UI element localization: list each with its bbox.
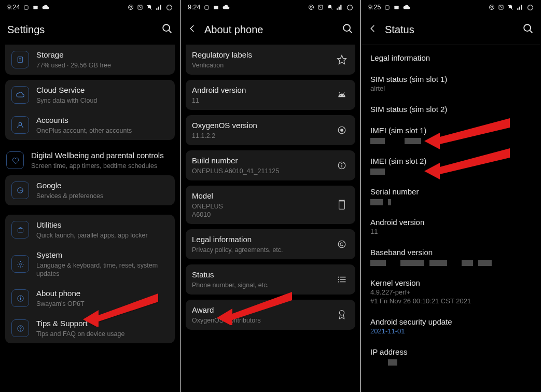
settings-item-accounts[interactable]: Accounts OnePlus account, other accounts: [5, 110, 175, 140]
svg-line-8: [169, 31, 172, 33]
row-title: IMEI (sim slot 1): [370, 126, 532, 135]
status-bar: 9:24: [0, 0, 180, 15]
cloud-icon: [403, 5, 410, 10]
nfc-icon: [498, 4, 504, 10]
cast-icon: [308, 4, 314, 10]
about-item-android[interactable]: Android version 11: [186, 80, 355, 110]
about-item-model[interactable]: Model ONEPLUS A6010: [186, 186, 355, 224]
battery-icon: [527, 4, 534, 11]
settings-item-cloud[interactable]: Cloud Service Sync data with Cloud: [5, 80, 175, 110]
status-item-android[interactable]: Android version 11: [370, 213, 532, 243]
row-sub: Language & keyboard, time, reset, system…: [36, 261, 169, 278]
about-item-legal[interactable]: Legal information Privacy policy, agreem…: [186, 229, 355, 259]
about-list: Regulatory labels Verification Android v…: [180, 45, 360, 330]
row-sub: Swayam's OP6T: [36, 300, 169, 308]
redacted-value: [370, 138, 532, 144]
search-icon[interactable]: [161, 23, 173, 36]
divider: [361, 45, 541, 45]
svg-point-12: [19, 122, 21, 125]
cloud-icon: [223, 5, 230, 10]
about-item-regulatory[interactable]: Regulatory labels Verification: [186, 45, 355, 75]
row-sub: 2021-11-01: [370, 327, 532, 335]
row-sub: Phone number, signal, etc.: [192, 281, 335, 289]
svg-point-40: [341, 163, 342, 164]
status-time: 9:24: [7, 4, 20, 11]
row-sub: airtel: [370, 85, 532, 92]
status-bar: 9:25: [361, 0, 541, 15]
settings-item-google[interactable]: Google Services & preferences: [5, 175, 175, 205]
row-sub: Verification: [192, 61, 335, 69]
svg-line-30: [350, 31, 352, 33]
about-item-award[interactable]: Award OxygenOS Contributors: [186, 300, 355, 330]
cloud-icon: [11, 86, 29, 104]
svg-point-33: [343, 95, 344, 96]
status-item-legal[interactable]: Legal information: [370, 48, 532, 69]
row-title: Regulatory labels: [192, 50, 335, 60]
settings-item-system[interactable]: System Language & keyboard, time, reset,…: [5, 245, 175, 283]
svg-rect-49: [340, 282, 346, 283]
notification-icon: [204, 5, 210, 10]
settings-group-storage: Storage 77% used · 29.56 GB free: [5, 45, 175, 75]
row-sub: OxygenOS Contributors: [192, 316, 335, 325]
circle-dot-icon: [335, 123, 349, 137]
svg-point-48: [338, 281, 339, 282]
image-icon: [394, 5, 399, 10]
svg-point-55: [491, 6, 493, 8]
settings-item-storage[interactable]: Storage 77% used · 29.56 GB free: [5, 45, 175, 75]
search-icon[interactable]: [342, 23, 353, 36]
svg-rect-41: [339, 201, 345, 209]
notification-icon: [384, 5, 390, 10]
svg-rect-23: [214, 6, 218, 9]
svg-point-18: [20, 297, 21, 297]
row-sub: #1 Fri Nov 26 00:10:21 CST 2021: [370, 297, 532, 305]
about-item-oxygen[interactable]: OxygenOS version 11.1.2.2: [186, 115, 355, 145]
settings-item-wellbeing[interactable]: Digital Wellbeing and parental controls …: [5, 145, 175, 175]
row-title: SIM status (sim slot 1): [370, 75, 532, 83]
status-item-baseband[interactable]: Baseband version: [370, 243, 532, 273]
status-item-serial[interactable]: Serial number: [370, 182, 532, 213]
redacted-value: [370, 260, 532, 266]
row-title: Tips & Support: [36, 318, 169, 329]
about-item-build[interactable]: Build number ONEPLUS A6010_41_211125: [186, 150, 355, 180]
header: About phone: [180, 15, 360, 45]
settings-item-about[interactable]: About phone Swayam's OP6T: [5, 283, 175, 313]
nfc-icon: [317, 4, 324, 10]
svg-point-58: [528, 5, 533, 10]
info-icon: [335, 158, 349, 173]
row-title: Android version: [192, 85, 335, 95]
back-button[interactable]: [188, 24, 197, 35]
status-item-ip[interactable]: IP address: [370, 342, 532, 373]
page-title: Settings: [7, 24, 154, 36]
svg-rect-0: [24, 5, 28, 9]
android-icon: [335, 88, 349, 102]
about-item-status[interactable]: Status Phone number, signal, etc.: [186, 264, 355, 295]
row-title: SIM status (sim slot 2): [370, 105, 532, 114]
status-item-imei2[interactable]: IMEI (sim slot 2): [370, 151, 532, 182]
search-icon[interactable]: [522, 23, 534, 36]
settings-group-google: Google Services & preferences: [5, 175, 175, 205]
question-icon: [11, 319, 29, 337]
row-sub: 77% used · 29.56 GB free: [36, 61, 169, 69]
row-title: Legal information: [370, 53, 532, 62]
row-title: Award: [192, 305, 335, 315]
row-sub: 4.9.227-perf+: [370, 288, 532, 296]
svg-point-54: [490, 5, 494, 10]
row-sub: Quick launch, parallel apps, app locker: [36, 231, 169, 240]
status-item-sim1[interactable]: SIM status (sim slot 1) airtel: [370, 69, 532, 100]
heart-icon: [6, 151, 24, 169]
settings-item-tips[interactable]: Tips & Support Tips and FAQ on device us…: [5, 313, 175, 343]
status-item-kernel[interactable]: Kernel version 4.9.227-perf+ #1 Fri Nov …: [370, 273, 532, 312]
info-icon: [11, 289, 29, 307]
settings-item-utilities[interactable]: Utilities Quick launch, parallel apps, a…: [5, 215, 175, 245]
nfc-icon: [137, 4, 143, 10]
row-title: Android security update: [370, 317, 532, 326]
status-item-imei1[interactable]: IMEI (sim slot 1): [370, 121, 532, 151]
status-item-sim2[interactable]: SIM status (sim slot 2): [370, 100, 532, 121]
page-title: Status: [385, 24, 515, 36]
status-item-security[interactable]: Android security update 2021-11-01: [370, 312, 532, 342]
svg-point-3: [130, 6, 132, 8]
back-button[interactable]: [368, 24, 378, 35]
status-list: Legal information SIM status (sim slot 1…: [361, 48, 541, 373]
svg-rect-42: [339, 200, 345, 201]
list-icon: [335, 272, 349, 287]
